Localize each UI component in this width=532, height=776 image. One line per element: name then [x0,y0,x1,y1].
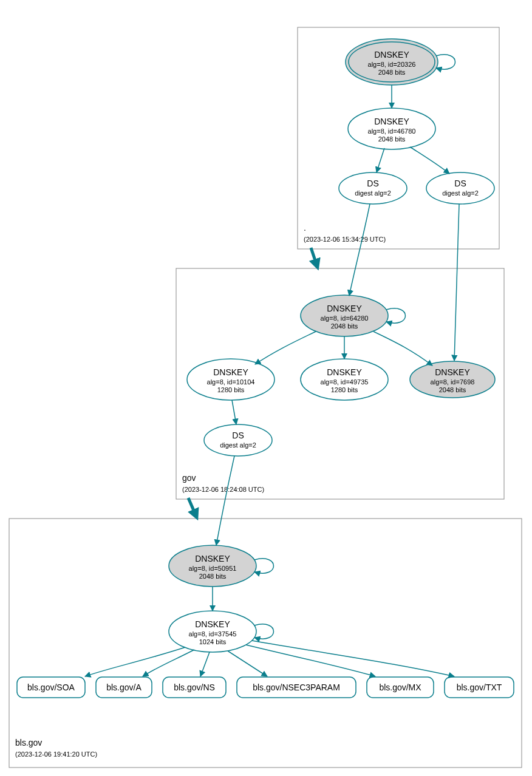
svg-text:1280 bits: 1280 bits [331,386,358,393]
edge-bls-zsk-to-txt [252,641,454,676]
edge-root-to-gov-zone [311,248,317,266]
svg-point-31 [204,424,272,456]
svg-text:alg=8, id=64280: alg=8, id=64280 [321,315,369,322]
edge-gov-ds-to-bls-ksk [216,456,234,545]
node-root-zsk: DNSKEY alg=8, id=46780 2048 bits [348,108,435,149]
svg-text:alg=8, id=49735: alg=8, id=49735 [321,378,369,386]
edge-bls-zsk-to-ns [200,652,210,676]
zone-bls-timestamp: (2023-12-06 19:41:20 UTC) [15,750,97,758]
edge-gov-zsk1-to-ds [232,400,236,424]
edge-bls-ksk-self [254,559,274,573]
edge-root-ksk-self [436,55,455,69]
zone-bls-label: bls.gov [15,738,42,747]
node-gov-ksk: DNSKEY alg=8, id=64280 2048 bits [301,295,388,336]
node-bls-mx: bls.gov/MX [367,677,434,698]
svg-text:alg=8, id=10104: alg=8, id=10104 [207,378,255,386]
svg-text:bls.gov/A: bls.gov/A [106,682,142,692]
node-bls-txt: bls.gov/TXT [445,677,514,698]
svg-text:2048 bits: 2048 bits [378,135,406,143]
edge-bls-zsk-to-mx [246,645,375,676]
zone-gov-timestamp: (2023-12-06 18:24:08 UTC) [182,486,264,493]
svg-text:digest alg=2: digest alg=2 [442,189,479,197]
edge-root-zsk-to-ds1 [377,148,384,172]
edge-gov-ksk-self [386,308,406,323]
node-gov-ds: DS digest alg=2 [204,424,272,456]
edge-root-zsk-to-ds2 [410,147,449,174]
svg-text:digest alg=2: digest alg=2 [220,441,256,449]
svg-text:DNSKEY: DNSKEY [374,117,409,126]
svg-text:1280 bits: 1280 bits [217,386,245,393]
svg-text:alg=8, id=20326: alg=8, id=20326 [368,61,416,68]
node-bls-a: bls.gov/A [96,677,152,698]
svg-text:DNSKEY: DNSKEY [435,367,470,377]
svg-text:digest alg=2: digest alg=2 [355,189,391,197]
svg-text:DNSKEY: DNSKEY [213,367,248,377]
svg-text:alg=8, id=37545: alg=8, id=37545 [189,630,237,638]
svg-text:alg=8, id=50951: alg=8, id=50951 [189,565,237,572]
zone-root-timestamp: (2023-12-06 15:34:29 UTC) [304,236,386,243]
svg-text:2048 bits: 2048 bits [331,322,358,330]
node-bls-ns: bls.gov/NS [163,677,226,698]
zone-gov: gov (2023-12-06 18:24:08 UTC) DNSKEY alg… [176,268,504,499]
edge-gov-ksk-to-zsk1 [255,332,316,364]
node-gov-zsk1: DNSKEY alg=8, id=10104 1280 bits [187,359,275,400]
svg-text:DNSKEY: DNSKEY [195,619,230,629]
svg-text:bls.gov/TXT: bls.gov/TXT [457,682,502,692]
svg-text:DNSKEY: DNSKEY [327,367,362,377]
node-root-ksk: DNSKEY alg=8, id=20326 2048 bits [346,39,438,85]
edge-bls-zsk-self [254,624,274,639]
node-gov-ksk2: DNSKEY alg=8, id=7698 2048 bits [410,361,495,398]
node-gov-zsk2: DNSKEY alg=8, id=49735 1280 bits [301,359,388,400]
svg-text:alg=8, id=7698: alg=8, id=7698 [431,378,475,386]
edge-gov-ksk-to-ksk2 [373,332,432,366]
svg-text:bls.gov/NSEC3PARAM: bls.gov/NSEC3PARAM [253,682,340,692]
edge-gov-to-bls-zone [188,498,196,516]
edge-root-ds2-to-gov-ksk2 [454,204,459,361]
node-bls-soa: bls.gov/SOA [17,677,85,698]
svg-text:alg=8, id=46780: alg=8, id=46780 [368,128,416,135]
svg-text:2048 bits: 2048 bits [378,69,406,76]
svg-text:DS: DS [367,179,378,188]
node-bls-nsec3param: bls.gov/NSEC3PARAM [237,677,356,698]
edge-bls-zsk-to-nsec3param [228,651,267,676]
node-root-ds1: DS digest alg=2 [339,172,407,204]
node-root-ds2: DS digest alg=2 [426,172,494,204]
svg-text:bls.gov/NS: bls.gov/NS [174,682,215,692]
svg-text:DS: DS [232,431,244,440]
edge-bls-zsk-to-a [143,650,194,676]
svg-text:2048 bits: 2048 bits [199,573,227,580]
svg-text:bls.gov/SOA: bls.gov/SOA [27,682,75,692]
edge-root-ds1-to-gov-ksk [349,204,370,296]
zone-bls: bls.gov (2023-12-06 19:41:20 UTC) DNSKEY… [9,519,522,767]
svg-text:2048 bits: 2048 bits [439,386,466,393]
zone-gov-label: gov [182,473,196,483]
svg-point-12 [426,172,494,204]
svg-text:1024 bits: 1024 bits [199,638,227,645]
svg-text:DNSKEY: DNSKEY [327,304,362,313]
zone-root-label: . [304,223,306,233]
svg-point-9 [339,172,407,204]
svg-text:bls.gov/MX: bls.gov/MX [379,682,421,692]
svg-text:DS: DS [454,179,466,188]
node-bls-ksk: DNSKEY alg=8, id=50951 2048 bits [169,545,256,587]
node-bls-zsk: DNSKEY alg=8, id=37545 1024 bits [169,611,256,652]
zone-root: . (2023-12-06 15:34:29 UTC) DNSKEY alg=8… [298,27,499,249]
svg-text:DNSKEY: DNSKEY [195,554,230,563]
svg-text:DNSKEY: DNSKEY [374,50,409,60]
